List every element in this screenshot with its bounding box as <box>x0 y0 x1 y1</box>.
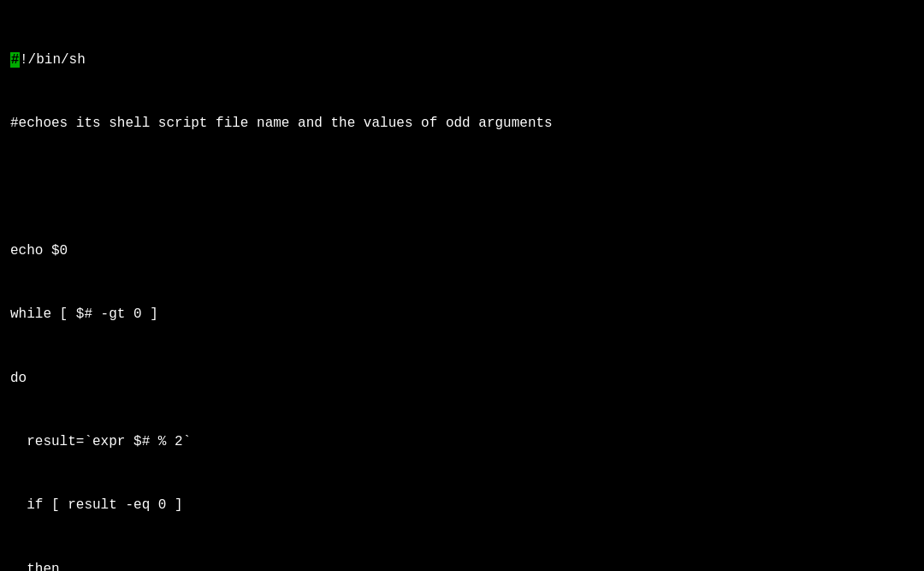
code-line-3 <box>10 176 914 198</box>
code-line-7: result=`expr $# % 2` <box>10 431 914 453</box>
cursor-block: # <box>10 52 20 68</box>
code-line-9: then <box>10 559 914 571</box>
code-line-1: #!/bin/sh <box>10 50 914 71</box>
code-line-4: echo $0 <box>10 241 914 262</box>
terminal-window[interactable]: #!/bin/sh #echoes its shell script file … <box>0 0 924 571</box>
code-line-5: while [ $# -gt 0 ] <box>10 304 914 325</box>
code-line-8: if [ result -eq 0 ] <box>10 495 914 516</box>
code-line-6: do <box>10 368 914 390</box>
code-content: #!/bin/sh #echoes its shell script file … <box>10 7 914 571</box>
code-line-2: #echoes its shell script file name and t… <box>10 113 914 134</box>
